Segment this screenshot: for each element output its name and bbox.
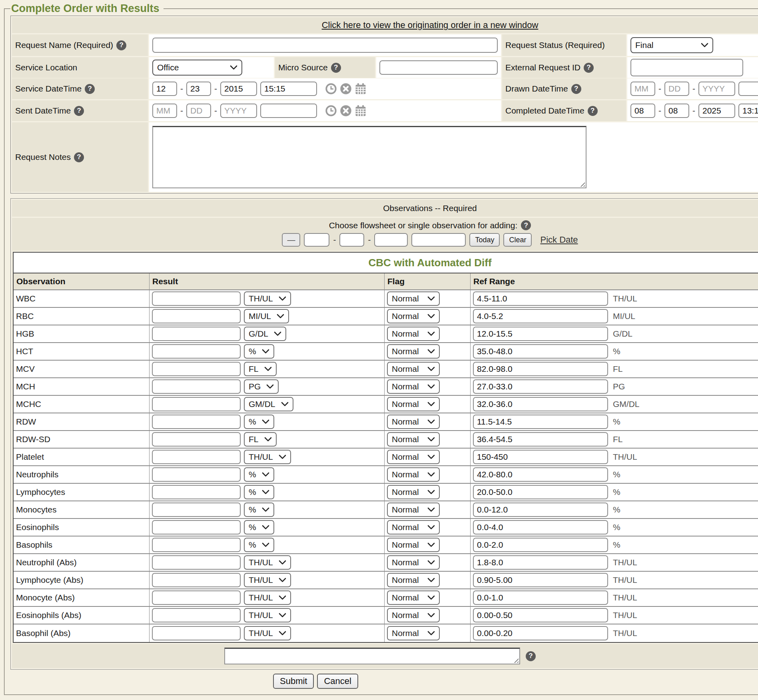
chooser-year-input[interactable] bbox=[374, 233, 408, 247]
service-year-input[interactable] bbox=[220, 82, 257, 96]
result-input[interactable] bbox=[152, 397, 241, 411]
result-input[interactable] bbox=[152, 450, 241, 464]
ref-range-input[interactable] bbox=[473, 327, 608, 341]
completed-time-input[interactable] bbox=[738, 104, 758, 118]
result-unit-select[interactable]: TH/UL bbox=[244, 291, 291, 306]
clock-icon[interactable] bbox=[325, 83, 337, 95]
flag-select[interactable]: Normal bbox=[387, 520, 440, 534]
ref-range-input[interactable] bbox=[473, 344, 608, 359]
drawn-month-input[interactable] bbox=[630, 82, 655, 96]
ref-range-input[interactable] bbox=[473, 467, 608, 482]
request-name-input[interactable] bbox=[152, 38, 498, 53]
result-input[interactable] bbox=[152, 538, 241, 552]
result-unit-select[interactable]: TH/UL bbox=[244, 608, 291, 622]
ref-range-input[interactable] bbox=[473, 555, 608, 570]
help-icon[interactable] bbox=[588, 106, 598, 116]
result-unit-select[interactable]: TH/UL bbox=[244, 450, 291, 464]
help-icon[interactable] bbox=[526, 651, 536, 661]
ref-range-input[interactable] bbox=[473, 573, 608, 587]
ref-range-input[interactable] bbox=[473, 432, 608, 447]
chooser-time-input[interactable] bbox=[411, 233, 466, 247]
clear-datetime-icon[interactable] bbox=[340, 83, 352, 95]
result-input[interactable] bbox=[152, 415, 241, 429]
flag-select[interactable]: Normal bbox=[387, 590, 440, 605]
result-unit-select[interactable]: TH/UL bbox=[244, 573, 291, 587]
flag-select[interactable]: Normal bbox=[387, 309, 440, 323]
result-unit-select[interactable]: % bbox=[244, 415, 274, 429]
ref-range-input[interactable] bbox=[473, 485, 608, 499]
submit-button[interactable]: Submit bbox=[273, 674, 314, 689]
drawn-year-input[interactable] bbox=[698, 82, 735, 96]
chooser-month-input[interactable] bbox=[304, 233, 329, 247]
request-status-select[interactable]: Final bbox=[630, 37, 713, 53]
flag-select[interactable]: Normal bbox=[387, 485, 440, 499]
result-input[interactable] bbox=[152, 467, 241, 482]
result-unit-select[interactable]: MI/UL bbox=[244, 309, 289, 323]
ref-range-input[interactable] bbox=[473, 503, 608, 517]
clock-icon[interactable] bbox=[325, 105, 337, 117]
cancel-button[interactable]: Cancel bbox=[317, 674, 358, 689]
flag-select[interactable]: Normal bbox=[387, 432, 440, 447]
help-icon[interactable] bbox=[521, 220, 531, 230]
completed-day-input[interactable] bbox=[664, 104, 689, 118]
completed-month-input[interactable] bbox=[630, 104, 655, 118]
flag-select[interactable]: Normal bbox=[387, 379, 440, 394]
result-unit-select[interactable]: G/DL bbox=[244, 327, 286, 341]
result-input[interactable] bbox=[152, 291, 241, 306]
result-input[interactable] bbox=[152, 626, 241, 640]
resize-handle[interactable] bbox=[513, 657, 519, 663]
view-originating-order-link[interactable]: Click here to view the originating order… bbox=[322, 20, 539, 30]
ref-range-input[interactable] bbox=[473, 520, 608, 534]
ref-range-input[interactable] bbox=[473, 362, 608, 376]
service-time-input[interactable] bbox=[260, 82, 317, 96]
sent-day-input[interactable] bbox=[186, 104, 211, 118]
result-unit-select[interactable]: TH/UL bbox=[244, 555, 291, 570]
clear-datetime-icon[interactable] bbox=[340, 105, 352, 117]
service-day-input[interactable] bbox=[186, 82, 211, 96]
flag-select[interactable]: Normal bbox=[387, 362, 440, 376]
ref-range-input[interactable] bbox=[473, 608, 608, 622]
help-icon[interactable] bbox=[74, 106, 84, 116]
flag-select[interactable]: Normal bbox=[387, 450, 440, 464]
chooser-day-input[interactable] bbox=[339, 233, 364, 247]
result-unit-select[interactable]: % bbox=[244, 485, 274, 499]
result-unit-select[interactable]: FL bbox=[244, 362, 277, 376]
help-icon[interactable] bbox=[331, 63, 341, 73]
drawn-time-input[interactable] bbox=[738, 82, 758, 96]
flag-select[interactable]: Normal bbox=[387, 626, 440, 640]
flag-select[interactable]: Normal bbox=[387, 503, 440, 517]
ref-range-input[interactable] bbox=[473, 397, 608, 411]
result-unit-select[interactable]: GM/DL bbox=[244, 397, 293, 411]
flag-select[interactable]: Normal bbox=[387, 538, 440, 552]
calendar-icon[interactable] bbox=[355, 83, 367, 95]
request-notes-textarea[interactable] bbox=[152, 126, 586, 188]
help-icon[interactable] bbox=[74, 152, 84, 162]
flag-select[interactable]: Normal bbox=[387, 344, 440, 359]
observation-note-textarea[interactable] bbox=[224, 648, 520, 664]
result-input[interactable] bbox=[152, 432, 241, 447]
service-location-select[interactable]: Office bbox=[152, 60, 242, 76]
flag-select[interactable]: Normal bbox=[387, 291, 440, 306]
today-button[interactable]: Today bbox=[469, 233, 500, 247]
result-input[interactable] bbox=[152, 379, 241, 394]
result-unit-select[interactable]: % bbox=[244, 520, 274, 534]
flag-select[interactable]: Normal bbox=[387, 573, 440, 587]
result-unit-select[interactable]: % bbox=[244, 344, 274, 359]
result-input[interactable] bbox=[152, 590, 241, 605]
result-input[interactable] bbox=[152, 327, 241, 341]
flag-select[interactable]: Normal bbox=[387, 415, 440, 429]
flag-select[interactable]: Normal bbox=[387, 327, 440, 341]
ref-range-input[interactable] bbox=[473, 626, 608, 640]
result-input[interactable] bbox=[152, 608, 241, 622]
result-unit-select[interactable]: % bbox=[244, 467, 274, 482]
calendar-icon[interactable] bbox=[355, 105, 367, 117]
result-unit-select[interactable]: % bbox=[244, 503, 274, 517]
resize-handle[interactable] bbox=[579, 181, 585, 187]
ref-range-input[interactable] bbox=[473, 590, 608, 605]
ref-range-input[interactable] bbox=[473, 415, 608, 429]
flag-select[interactable]: Normal bbox=[387, 608, 440, 622]
result-input[interactable] bbox=[152, 309, 241, 323]
help-icon[interactable] bbox=[85, 84, 95, 94]
result-unit-select[interactable]: TH/UL bbox=[244, 590, 291, 605]
sent-year-input[interactable] bbox=[220, 104, 257, 118]
